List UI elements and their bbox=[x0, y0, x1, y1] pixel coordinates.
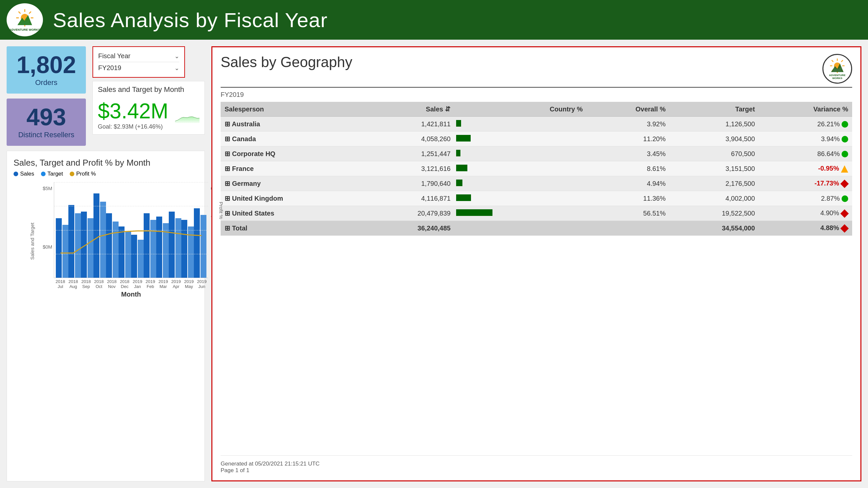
cell-salesperson: ⊞ Corporate HQ bbox=[221, 146, 365, 161]
cell-country-pct bbox=[497, 132, 587, 146]
cell-overall-pct: 4.94% bbox=[587, 176, 670, 191]
x-label-jun19: 2019Jun bbox=[195, 279, 208, 289]
bars-wrapper: 2018Jul 2018Aug 2018Sep 2018Oct 2018Nov … bbox=[54, 182, 208, 298]
logo: ADVENTURE WORKS bbox=[7, 3, 43, 36]
cell-variance: 86.64% bbox=[759, 146, 852, 161]
bars-area bbox=[54, 182, 208, 278]
cell-target: 1,126,500 bbox=[670, 117, 759, 132]
month-group-may19 bbox=[181, 220, 194, 278]
chevron-down-icon-2: ⌄ bbox=[175, 64, 179, 72]
bar-sales-sep18 bbox=[81, 211, 87, 278]
bar-target-jan19 bbox=[138, 240, 144, 278]
geo-logo-sun-icon bbox=[829, 58, 845, 74]
bar-sales-dec18 bbox=[119, 227, 125, 278]
cell-overall-pct: 3.92% bbox=[587, 117, 670, 132]
cell-bar bbox=[455, 161, 497, 176]
x-label-sep18: 2018Sep bbox=[80, 279, 92, 289]
cell-target: 670,500 bbox=[670, 146, 759, 161]
svg-line-7 bbox=[29, 11, 31, 13]
cell-salesperson: ⊞ Total bbox=[221, 221, 365, 236]
col-header-overall-pct: Overall % bbox=[587, 102, 670, 117]
x-label-dec18: 2018Dec bbox=[118, 279, 131, 289]
bar-sales-oct18 bbox=[93, 194, 99, 278]
col-header-variance: Variance % bbox=[759, 102, 852, 117]
geo-footer: Generated at 05/20/2021 21:15:21 UTC Pag… bbox=[221, 455, 852, 474]
sales-goal: Goal: $2.93M (+16.46%) bbox=[98, 123, 168, 130]
cell-overall-pct: 8.61% bbox=[587, 161, 670, 176]
cell-sales: 1,251,447 bbox=[365, 146, 455, 161]
right-panel: Sales by Geography bbox=[211, 46, 861, 481]
y-axis-left-labels: $5M Sales and Target $0M bbox=[13, 182, 52, 265]
fiscal-year-filter-value-row[interactable]: FY2019 ⌄ bbox=[98, 62, 179, 74]
cell-target: 4,002,000 bbox=[670, 191, 759, 206]
month-group-dec18 bbox=[119, 227, 131, 278]
sales-amount: $3.42M bbox=[98, 99, 168, 123]
cell-variance: 4.90% bbox=[759, 206, 852, 221]
y-label-5m: $5M bbox=[42, 185, 52, 191]
bar-target-oct18 bbox=[100, 202, 106, 278]
bar-sales-jan19 bbox=[131, 235, 137, 278]
x-label-jul18: 2018Jul bbox=[54, 279, 67, 289]
x-label-apr19: 2019Apr bbox=[170, 279, 183, 289]
table-row: ⊞ United Kingdom 4,116,871 11.36% 4,002,… bbox=[221, 191, 852, 206]
table-row: ⊞ Germany 1,790,640 4.94% 2,176,500 -17.… bbox=[221, 176, 852, 191]
month-group-sep18 bbox=[81, 211, 93, 278]
orders-kpi: 1,802 Orders bbox=[7, 46, 86, 93]
col-header-sales: Sales ⇵ bbox=[365, 102, 455, 117]
geo-logo-text: ADVENTUREWORKS bbox=[829, 74, 845, 80]
bar-target-aug18 bbox=[75, 213, 81, 278]
y-axis-right-title: Profit % bbox=[218, 202, 224, 219]
cell-salesperson: ⊞ Germany bbox=[221, 176, 365, 191]
filter-box[interactable]: Fiscal Year ⌄ FY2019 ⌄ bbox=[92, 46, 185, 78]
cell-variance: 3.94% bbox=[759, 132, 852, 146]
x-axis-title: Month bbox=[54, 291, 208, 298]
table-row: ⊞ Corporate HQ 1,251,447 3.45% 670,500 8… bbox=[221, 146, 852, 161]
bar-sales-feb19 bbox=[144, 213, 150, 278]
cell-salesperson: ⊞ Australia bbox=[221, 117, 365, 132]
month-group-oct18 bbox=[93, 194, 106, 278]
cell-overall-pct: 11.36% bbox=[587, 191, 670, 206]
logo-text: ADVENTURE WORKS bbox=[9, 28, 40, 32]
geo-year: FY2019 bbox=[221, 91, 852, 98]
bar-target-dec18 bbox=[125, 231, 131, 278]
bar-target-jul18 bbox=[62, 225, 68, 278]
bar-sales-may19 bbox=[181, 220, 187, 278]
x-label-may19: 2019May bbox=[183, 279, 195, 289]
fiscal-year-value: FY2019 bbox=[98, 64, 121, 72]
cell-salesperson: ⊞ Canada bbox=[221, 132, 365, 146]
table-row: ⊞ United States 20,479,839 56.51% 19,522… bbox=[221, 206, 852, 221]
bar-target-apr19 bbox=[175, 218, 181, 278]
target-legend-dot bbox=[41, 172, 45, 176]
chart-container: $5M Sales and Target $0M bbox=[13, 182, 198, 298]
y-label-0m: $0M bbox=[42, 244, 52, 250]
monthly-chart-title: Sales, Target and Profit % by Month bbox=[13, 158, 198, 168]
cell-sales: 4,116,871 bbox=[365, 191, 455, 206]
cell-bar bbox=[455, 176, 497, 191]
cell-variance: 26.21% bbox=[759, 117, 852, 132]
fiscal-year-label: Fiscal Year bbox=[98, 52, 130, 60]
bar-target-sep18 bbox=[88, 218, 93, 278]
monthly-chart-section: Sales, Target and Profit % by Month Sale… bbox=[7, 151, 205, 481]
cell-bar bbox=[455, 117, 497, 132]
target-legend-label: Target bbox=[48, 171, 63, 177]
cell-sales: 20,479,839 bbox=[365, 206, 455, 221]
cell-bar bbox=[455, 221, 497, 236]
geo-header-left: Sales by Geography bbox=[221, 54, 352, 70]
x-label-aug18: 2018Aug bbox=[67, 279, 80, 289]
sparkline-chart bbox=[175, 107, 199, 130]
logo-sun-icon bbox=[15, 8, 35, 28]
chevron-down-icon: ⌄ bbox=[175, 53, 179, 60]
orders-label: Orders bbox=[17, 78, 76, 87]
chart-legend: Sales Target Profit % bbox=[13, 171, 198, 177]
col-header-salesperson: Salesperson bbox=[221, 102, 365, 117]
x-label-nov18: 2018Nov bbox=[105, 279, 118, 289]
cell-country-pct bbox=[497, 161, 587, 176]
cell-target: 2,176,500 bbox=[670, 176, 759, 191]
cell-sales: 3,121,616 bbox=[365, 161, 455, 176]
fiscal-year-filter-title-row[interactable]: Fiscal Year ⌄ bbox=[98, 50, 179, 62]
orders-value: 1,802 bbox=[17, 53, 76, 77]
sparkline-title: Sales and Target by Month bbox=[98, 85, 199, 94]
left-panel: 1,802 Orders 493 Distinct Resellers Fisc… bbox=[7, 46, 205, 481]
svg-line-16 bbox=[832, 60, 833, 62]
cell-overall-pct: 3.45% bbox=[587, 146, 670, 161]
